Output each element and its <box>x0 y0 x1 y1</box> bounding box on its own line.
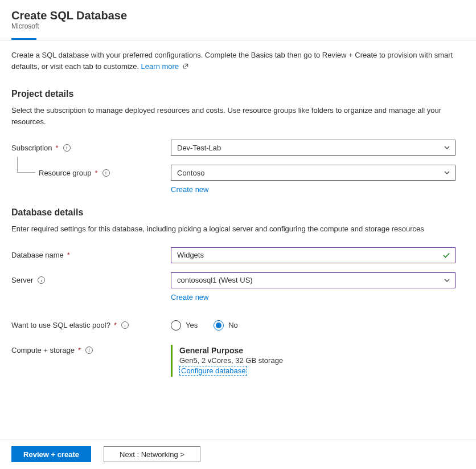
label-resource-group: Resource group * i <box>39 169 171 177</box>
required-star: * <box>114 321 117 329</box>
radio-dot <box>216 323 221 328</box>
row-subscription: Subscription * i Dev-Test-Lab <box>11 138 465 157</box>
learn-more-link[interactable]: Learn more <box>141 62 189 71</box>
elastic-pool-radio-group: Yes No <box>171 320 456 331</box>
required-star: * <box>56 144 59 152</box>
row-elastic-pool: Want to use SQL elastic pool? * i Yes No <box>11 316 465 335</box>
configure-database-link[interactable]: Configure database <box>179 366 247 376</box>
next-networking-button[interactable]: Next : Networking > <box>104 446 200 462</box>
label-subscription: Subscription * i <box>11 144 171 152</box>
row-database-name: Database name * Widgets <box>11 246 465 264</box>
external-link-icon <box>182 63 189 70</box>
create-new-rg-link[interactable]: Create new <box>171 185 208 194</box>
section-heading-project: Project details <box>11 89 465 99</box>
learn-more-label: Learn more <box>141 62 179 71</box>
server-value: contososql1 (West US) <box>177 276 253 284</box>
compute-spec-text: Gen5, 2 vCores, 32 GB storage <box>179 356 456 365</box>
label-compute-storage-text: Compute + storage <box>11 346 75 354</box>
intro-text: Create a SQL database with your preferre… <box>11 51 453 71</box>
chevron-down-icon <box>444 277 450 284</box>
chevron-down-icon <box>444 169 450 176</box>
row-compute-storage: Compute + storage * i General Purpose Ge… <box>11 345 465 377</box>
info-icon[interactable]: i <box>63 144 71 152</box>
server-select[interactable]: contososql1 (West US) <box>171 272 456 288</box>
section-desc-project: Select the subscription to manage deploy… <box>11 105 465 127</box>
page-header: Create SQL Database Microsoft <box>0 0 476 35</box>
radio-yes-label: Yes <box>186 321 198 329</box>
label-elastic-pool-text: Want to use SQL elastic pool? <box>11 321 110 329</box>
resource-group-select[interactable]: Contoso <box>171 165 456 181</box>
review-create-button[interactable]: Review + create <box>11 446 91 462</box>
label-server-text: Server <box>11 276 33 284</box>
database-name-value: Widgets <box>177 251 204 259</box>
label-compute-storage: Compute + storage * i <box>11 345 171 354</box>
required-star: * <box>67 251 70 259</box>
intro-paragraph: Create a SQL database with your preferre… <box>11 50 465 72</box>
tree-connector <box>17 157 35 173</box>
info-icon[interactable]: i <box>38 276 45 284</box>
required-star: * <box>95 169 98 177</box>
info-icon[interactable]: i <box>102 169 110 177</box>
page-subtitle: Microsoft <box>11 22 465 30</box>
subscription-select[interactable]: Dev-Test-Lab <box>171 140 456 156</box>
info-icon[interactable]: i <box>121 321 129 329</box>
subscription-value: Dev-Test-Lab <box>177 144 221 152</box>
create-new-server-link[interactable]: Create new <box>171 293 208 301</box>
radio-circle-selected <box>214 320 224 331</box>
info-icon[interactable]: i <box>85 346 93 354</box>
create-new-server-row: Create new <box>171 293 465 301</box>
label-resource-group-text: Resource group <box>39 169 92 177</box>
section-heading-database: Database details <box>11 207 465 218</box>
database-name-input[interactable]: Widgets <box>171 247 456 263</box>
label-server: Server i <box>11 276 171 284</box>
section-desc-database: Enter required settings for this databas… <box>11 223 465 235</box>
chevron-down-icon <box>444 144 450 151</box>
compute-tier-title: General Purpose <box>179 346 456 355</box>
radio-no-label: No <box>228 321 238 329</box>
row-resource-group: Resource group * i Contoso <box>11 164 465 182</box>
form-content: Create a SQL database with your preferre… <box>0 40 476 429</box>
radio-circle <box>171 320 181 331</box>
label-elastic-pool: Want to use SQL elastic pool? * i <box>11 321 171 329</box>
radio-elastic-yes[interactable]: Yes <box>171 320 198 331</box>
compute-summary-card: General Purpose Gen5, 2 vCores, 32 GB st… <box>171 345 456 377</box>
check-icon <box>442 251 450 259</box>
page-title: Create SQL Database <box>11 9 465 22</box>
wizard-footer: Review + create Next : Networking > <box>0 439 476 469</box>
label-database-name-text: Database name <box>11 251 64 259</box>
label-database-name: Database name * <box>11 251 171 259</box>
radio-elastic-no[interactable]: No <box>214 320 238 331</box>
create-new-rg-row: Create new <box>171 185 465 194</box>
resource-group-value: Contoso <box>177 169 204 177</box>
required-star: * <box>78 346 81 354</box>
row-server: Server i contososql1 (West US) <box>11 271 465 289</box>
label-subscription-text: Subscription <box>11 144 52 152</box>
